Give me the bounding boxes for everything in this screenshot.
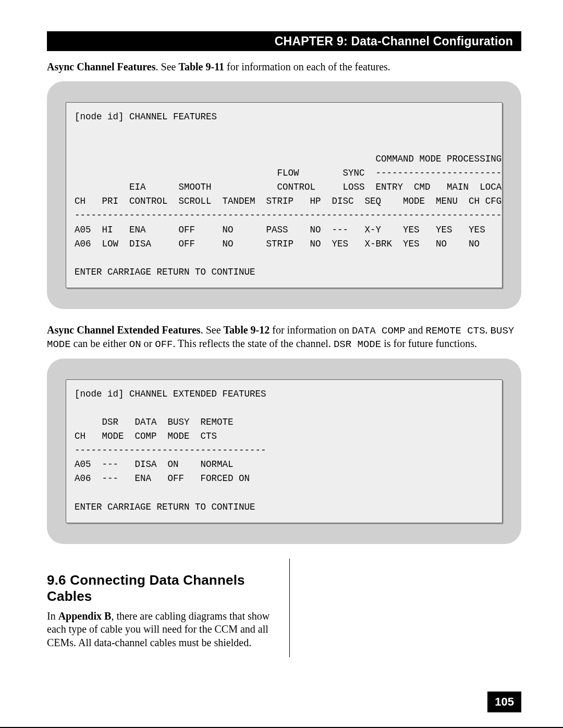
code-text: ON	[129, 339, 141, 350]
terminal-line: A06 --- ENA OFF FORCED ON	[75, 473, 250, 484]
terminal-window: [node id] CHANNEL FEATURES COMMAND MODE …	[66, 102, 503, 289]
section-heading-9-6: 9.6 Connecting Data Channels Cables	[47, 572, 275, 604]
text: . See	[201, 324, 224, 336]
text: In	[47, 610, 58, 622]
text: can be either	[71, 338, 129, 349]
page: CHAPTER 9: Data-Channel Configuration As…	[0, 0, 563, 728]
page-number-badge: 105	[487, 692, 521, 712]
terminal-line: EIA SMOOTH CONTROL LOSS ENTRY CMD MAIN L…	[75, 182, 503, 192]
bold-text: Async Channel Features	[47, 61, 156, 72]
async-channel-extended-features-intro: Async Channel Extended Features. See Tab…	[47, 324, 521, 351]
terminal-line: CH MODE COMP MODE CTS	[75, 431, 217, 441]
terminal-card-channel-features: [node id] CHANNEL FEATURES COMMAND MODE …	[47, 81, 521, 310]
code-text: DATA COMP	[352, 325, 406, 337]
terminal-window: [node id] CHANNEL EXTENDED FEATURES DSR …	[66, 379, 503, 523]
terminal-prompt: ENTER CARRIAGE RETURN TO CONTINUE	[75, 267, 255, 277]
text: for information on	[270, 324, 352, 336]
terminal-line: FLOW SYNC ------------------------	[75, 168, 503, 178]
text: and	[406, 324, 426, 336]
terminal-prompt: ENTER CARRIAGE RETURN TO CONTINUE	[75, 502, 255, 512]
two-column-section: 9.6 Connecting Data Channels Cables In A…	[47, 559, 521, 657]
section-9-6-body: In Appendix B, there are cabling diagram…	[47, 610, 275, 650]
chapter-title: CHAPTER 9: Data-Channel Configuration	[275, 34, 513, 48]
left-column: 9.6 Connecting Data Channels Cables In A…	[47, 559, 275, 657]
bold-text: Async Channel Extended Features	[47, 324, 201, 336]
column-divider	[289, 559, 290, 657]
terminal-line: CH PRI CONTROL SCROLL TANDEM STRIP HP DI…	[75, 196, 501, 206]
code-text: REMOTE CTS	[426, 325, 485, 337]
table-ref: Table 9-12	[224, 324, 270, 336]
right-column	[304, 559, 521, 657]
terminal-line: A05 HI ENA OFF NO PASS NO --- X-Y YES YE…	[75, 225, 485, 235]
code-text: OFF	[155, 339, 173, 350]
terminal-line: [node id] CHANNEL EXTENDED FEATURES	[75, 389, 266, 399]
text: .	[485, 324, 491, 336]
terminal-line: [node id] CHANNEL FEATURES	[75, 112, 217, 122]
terminal-line: DSR DATA BUSY REMOTE	[75, 417, 234, 427]
terminal-line: ----------------------------------------…	[75, 210, 501, 220]
text: is for future functions.	[381, 338, 477, 349]
text: for information on each of the features.	[224, 61, 390, 72]
table-ref: Table 9-11	[178, 61, 224, 72]
code-text: DSR MODE	[334, 339, 381, 350]
text: . See	[156, 61, 179, 72]
terminal-card-channel-extended-features: [node id] CHANNEL EXTENDED FEATURES DSR …	[47, 359, 521, 544]
async-channel-features-intro: Async Channel Features. See Table 9-11 f…	[47, 60, 521, 74]
terminal-line: -----------------------------------	[75, 445, 266, 455]
text: or	[141, 338, 155, 349]
text: . This reflects the state of the channel…	[173, 338, 333, 349]
page-number: 105	[495, 695, 514, 708]
terminal-line: COMMAND MODE PROCESSING	[75, 154, 501, 164]
terminal-line: A05 --- DISA ON NORMAL	[75, 459, 234, 470]
appendix-ref: Appendix B	[58, 610, 112, 622]
chapter-title-bar: CHAPTER 9: Data-Channel Configuration	[47, 31, 521, 51]
terminal-line: A06 LOW DISA OFF NO STRIP NO YES X-BRK Y…	[75, 239, 480, 249]
